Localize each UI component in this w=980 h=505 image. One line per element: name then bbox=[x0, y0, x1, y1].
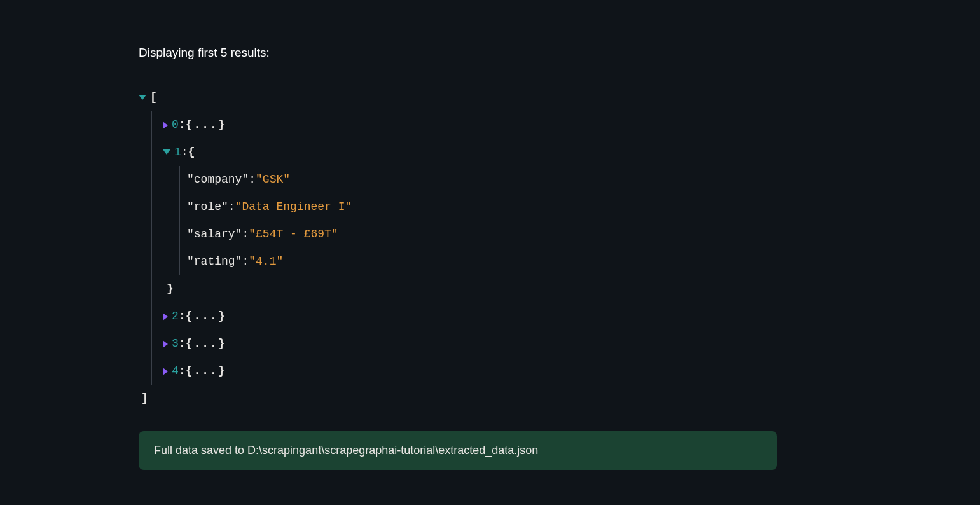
output-container: Displaying first 5 results: [ 0 : {...} … bbox=[0, 0, 980, 470]
chevron-down-icon[interactable] bbox=[163, 149, 170, 155]
open-bracket: [ bbox=[150, 89, 157, 106]
json-value: "4.1" bbox=[249, 253, 283, 270]
json-index: 0 bbox=[172, 116, 179, 134]
close-bracket: ] bbox=[139, 390, 148, 407]
open-brace: { bbox=[188, 144, 195, 161]
json-prop-role: "role" : "Data Engineer I" bbox=[139, 193, 980, 221]
json-index: 4 bbox=[172, 363, 179, 380]
status-message: Full data saved to D:\scrapingant\scrape… bbox=[139, 431, 777, 470]
json-value: "GSK" bbox=[256, 171, 290, 188]
close-brace: } bbox=[167, 280, 174, 298]
json-item-1-close: } bbox=[139, 275, 980, 303]
json-viewer: [ 0 : {...} 1 : { "company" bbox=[139, 84, 980, 412]
json-index: 2 bbox=[172, 308, 179, 325]
status-text: Full data saved to D:\scrapingant\scrape… bbox=[154, 444, 538, 457]
json-item-1-open[interactable]: 1 : { bbox=[139, 139, 980, 166]
json-colon: : bbox=[242, 253, 249, 270]
json-root-close: ] bbox=[139, 385, 980, 412]
chevron-right-icon[interactable] bbox=[163, 368, 168, 375]
json-item-2[interactable]: 2 : {...} bbox=[139, 303, 980, 330]
json-key: "role" bbox=[187, 198, 228, 216]
json-item-0[interactable]: 0 : {...} bbox=[139, 111, 980, 139]
json-collapsed-brace: {...} bbox=[186, 363, 226, 380]
json-root-open[interactable]: [ bbox=[139, 84, 980, 111]
json-key: "company" bbox=[187, 171, 249, 188]
json-colon: : bbox=[228, 198, 235, 216]
chevron-right-icon[interactable] bbox=[163, 313, 168, 321]
json-value: "Data Engineer I" bbox=[235, 198, 352, 216]
json-colon: : bbox=[179, 116, 186, 134]
json-colon: : bbox=[249, 171, 256, 188]
json-index: 1 bbox=[174, 144, 181, 161]
json-colon: : bbox=[179, 363, 186, 380]
json-colon: : bbox=[242, 226, 249, 243]
json-prop-salary: "salary" : "£54T - £69T" bbox=[139, 221, 980, 248]
json-collapsed-brace: {...} bbox=[186, 335, 226, 352]
chevron-right-icon[interactable] bbox=[163, 121, 168, 129]
json-item-4[interactable]: 4 : {...} bbox=[139, 357, 980, 385]
json-collapsed-brace: {...} bbox=[186, 116, 226, 134]
json-collapsed-brace: {...} bbox=[186, 308, 226, 325]
json-colon: : bbox=[179, 308, 186, 325]
json-value: "£54T - £69T" bbox=[249, 226, 338, 243]
results-header: Displaying first 5 results: bbox=[139, 46, 980, 60]
chevron-right-icon[interactable] bbox=[163, 340, 168, 348]
json-colon: : bbox=[179, 335, 186, 352]
json-prop-rating: "rating" : "4.1" bbox=[139, 248, 980, 275]
json-key: "rating" bbox=[187, 253, 242, 270]
json-colon: : bbox=[181, 144, 188, 161]
chevron-down-icon[interactable] bbox=[139, 95, 146, 100]
json-item-3[interactable]: 3 : {...} bbox=[139, 330, 980, 357]
json-key: "salary" bbox=[187, 226, 242, 243]
json-index: 3 bbox=[172, 335, 179, 352]
json-prop-company: "company" : "GSK" bbox=[139, 166, 980, 193]
